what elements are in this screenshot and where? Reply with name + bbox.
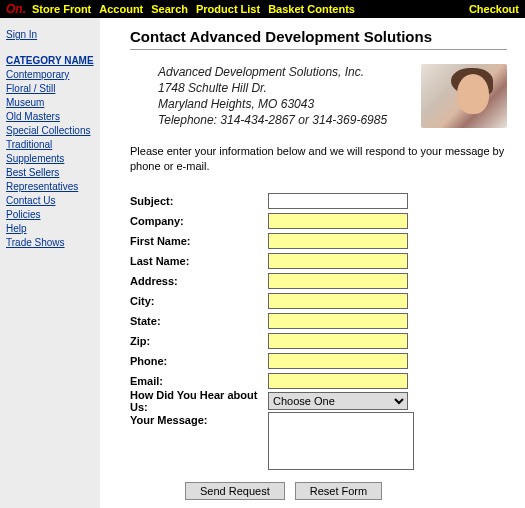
company-addr2: Maryland Heights, MO 63043 bbox=[158, 96, 421, 112]
zip-input[interactable] bbox=[268, 333, 408, 349]
sidebar-item-museum[interactable]: Museum bbox=[6, 96, 94, 110]
sidebar-item-contact-us[interactable]: Contact Us bbox=[6, 194, 94, 208]
sidebar-item-best-sellers[interactable]: Best Sellers bbox=[6, 166, 94, 180]
sidebar-item-old-masters[interactable]: Old Masters bbox=[6, 110, 94, 124]
email-label: Email: bbox=[130, 375, 268, 387]
company-addr1: 1748 Schulte Hill Dr. bbox=[158, 80, 421, 96]
state-input[interactable] bbox=[268, 313, 408, 329]
address-input[interactable] bbox=[268, 273, 408, 289]
state-label: State: bbox=[130, 315, 268, 327]
address-label: Address: bbox=[130, 275, 268, 287]
company-block: Advanced Development Solutions, Inc. 174… bbox=[130, 64, 507, 128]
phone-input[interactable] bbox=[268, 353, 408, 369]
email-input[interactable] bbox=[268, 373, 408, 389]
hear-label: How Did You Hear about Us: bbox=[130, 389, 268, 413]
last-name-input[interactable] bbox=[268, 253, 408, 269]
sidebar-item-policies[interactable]: Policies bbox=[6, 208, 94, 222]
sidebar-item-contemporary[interactable]: Contemporary bbox=[6, 68, 94, 82]
sidebar-item-supplements[interactable]: Supplements bbox=[6, 152, 94, 166]
sidebar-item-floral-still[interactable]: Floral / Still bbox=[6, 82, 94, 96]
button-row: Send Request Reset Form bbox=[185, 482, 507, 500]
nav-search[interactable]: Search bbox=[151, 3, 188, 15]
sidebar-item-representatives[interactable]: Representatives bbox=[6, 180, 94, 194]
subject-input[interactable] bbox=[268, 193, 408, 209]
divider bbox=[130, 49, 507, 50]
page-title: Contact Advanced Development Solutions bbox=[130, 28, 507, 45]
company-name: Advanced Development Solutions, Inc. bbox=[158, 64, 421, 80]
city-input[interactable] bbox=[268, 293, 408, 309]
agent-photo bbox=[421, 64, 507, 128]
message-textarea[interactable] bbox=[268, 412, 414, 470]
phone-label: Phone: bbox=[130, 355, 268, 367]
sidebar-item-special-collections[interactable]: Special Collections bbox=[6, 124, 94, 138]
hear-select[interactable]: Choose One bbox=[268, 392, 408, 410]
main-content: Contact Advanced Development Solutions A… bbox=[100, 18, 525, 508]
company-text: Advanced Development Solutions, Inc. 174… bbox=[130, 64, 421, 128]
company-label: Company: bbox=[130, 215, 268, 227]
sidebar-item-traditional[interactable]: Traditional bbox=[6, 138, 94, 152]
sidebar: Sign In CATEGORY NAME Contemporary Flora… bbox=[0, 18, 100, 508]
zip-label: Zip: bbox=[130, 335, 268, 347]
first-name-input[interactable] bbox=[268, 233, 408, 249]
nav-store-front[interactable]: Store Front bbox=[32, 3, 91, 15]
first-name-label: First Name: bbox=[130, 235, 268, 247]
sidebar-item-trade-shows[interactable]: Trade Shows bbox=[6, 236, 94, 250]
topbar-nav: Store Front Account Search Product List … bbox=[32, 3, 355, 15]
last-name-label: Last Name: bbox=[130, 255, 268, 267]
nav-checkout[interactable]: Checkout bbox=[469, 3, 519, 15]
company-input[interactable] bbox=[268, 213, 408, 229]
reset-form-button[interactable]: Reset Form bbox=[295, 482, 382, 500]
nav-basket-contents[interactable]: Basket Contents bbox=[268, 3, 355, 15]
topbar: On. Store Front Account Search Product L… bbox=[0, 0, 525, 18]
nav-account[interactable]: Account bbox=[99, 3, 143, 15]
message-label: Your Message: bbox=[130, 412, 268, 426]
send-request-button[interactable]: Send Request bbox=[185, 482, 285, 500]
subject-label: Subject: bbox=[130, 195, 268, 207]
intro-text: Please enter your information below and … bbox=[130, 144, 507, 174]
logo: On. bbox=[6, 2, 26, 16]
category-title[interactable]: CATEGORY NAME bbox=[6, 54, 94, 68]
city-label: City: bbox=[130, 295, 268, 307]
sidebar-item-help[interactable]: Help bbox=[6, 222, 94, 236]
signin-link[interactable]: Sign In bbox=[6, 28, 94, 42]
nav-product-list[interactable]: Product List bbox=[196, 3, 260, 15]
company-tel: Telephone: 314-434-2867 or 314-369-6985 bbox=[158, 112, 421, 128]
